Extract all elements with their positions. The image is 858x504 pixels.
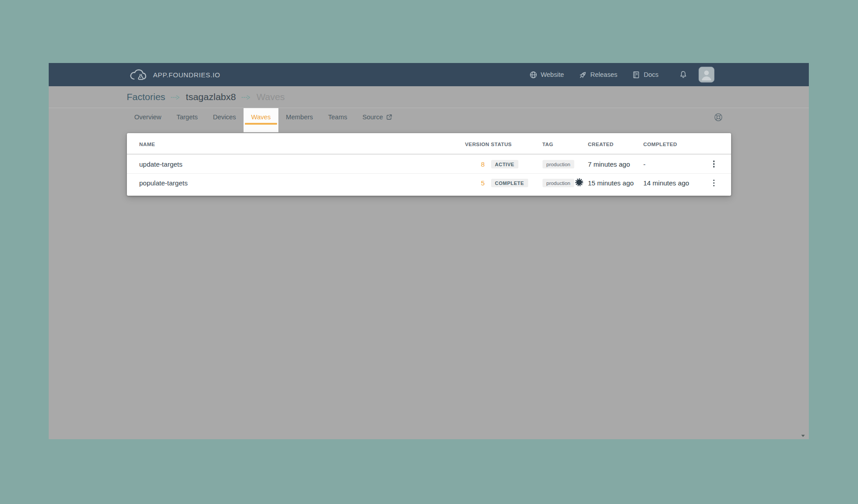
bell-icon[interactable] (679, 71, 687, 79)
wave-completed: 14 minutes ago (644, 179, 706, 187)
column-header-tag: TAG (536, 142, 575, 147)
active-tab-indicator (245, 123, 277, 125)
external-link-icon (386, 114, 392, 120)
wave-name: populate-targets (139, 179, 465, 187)
nav-docs-link[interactable]: Docs (632, 71, 658, 79)
brand[interactable]: APP.FOUNDRIES.IO (129, 68, 220, 81)
scrollbar-down-arrow-icon[interactable] (801, 435, 805, 437)
wave-created: 7 minutes ago (588, 160, 644, 168)
dashed-arrow-right-icon (171, 95, 181, 100)
tab-waves[interactable]: Waves (244, 108, 278, 132)
tab-source[interactable]: Source (355, 108, 400, 126)
table-header-row: NAME VERSION STATUS TAG CREATED COMPLETE… (127, 133, 731, 155)
breadcrumb-row: Factories tsagazlabx8 Waves (49, 86, 809, 108)
production-seal-icon (575, 178, 584, 189)
tab-teams[interactable]: Teams (320, 108, 355, 126)
app-window: APP.FOUNDRIES.IO Website (49, 63, 809, 439)
tab-targets[interactable]: Targets (169, 108, 206, 126)
wave-name: update-targets (139, 160, 465, 168)
waves-table-card: NAME VERSION STATUS TAG CREATED COMPLETE… (127, 133, 731, 196)
tab-devices[interactable]: Devices (206, 108, 244, 126)
lifebuoy-help-icon[interactable] (714, 113, 723, 122)
row-actions-kebab-icon[interactable] (709, 178, 719, 189)
tag-badge: production (543, 179, 575, 187)
rocket-icon (579, 71, 587, 79)
table-row-populate-targets[interactable]: populate-targets 5 COMPLETE production 1… (127, 173, 731, 192)
dashed-arrow-right-icon (241, 95, 251, 100)
tab-members[interactable]: Members (278, 108, 320, 126)
nav-website-label: Website (541, 71, 564, 78)
nav-releases-link[interactable]: Releases (579, 71, 617, 79)
column-header-created: CREATED (588, 142, 644, 147)
tabs-row: Overview Targets Devices Waves Members T… (49, 108, 809, 133)
breadcrumb-factories[interactable]: Factories (127, 92, 165, 102)
breadcrumb: Factories tsagazlabx8 Waves (127, 92, 731, 102)
top-navbar: APP.FOUNDRIES.IO Website (49, 63, 809, 86)
tab-overview[interactable]: Overview (127, 108, 169, 126)
breadcrumb-current-page: Waves (257, 92, 285, 102)
tag-badge: production (543, 160, 575, 168)
column-header-version: VERSION (465, 142, 485, 147)
column-header-status: STATUS (485, 142, 536, 147)
cloud-flask-logo-icon (129, 68, 148, 81)
wave-version: 8 (465, 160, 485, 168)
status-badge: COMPLETE (491, 179, 528, 187)
brand-text: APP.FOUNDRIES.IO (153, 71, 220, 79)
column-header-name: NAME (139, 142, 465, 147)
nav-releases-label: Releases (590, 71, 617, 78)
seal-cell (575, 178, 588, 189)
row-actions-kebab-icon[interactable] (709, 159, 719, 169)
wave-created: 15 minutes ago (588, 179, 644, 187)
wave-completed: - (644, 160, 706, 168)
table-row-update-targets[interactable]: update-targets 8 ACTIVE production 7 min… (127, 155, 731, 173)
column-header-completed: COMPLETED (644, 142, 706, 147)
docs-icon (632, 71, 640, 79)
nav-website-link[interactable]: Website (530, 71, 564, 79)
wave-version: 5 (465, 179, 485, 187)
user-avatar[interactable] (699, 67, 714, 82)
nav-docs-label: Docs (644, 71, 658, 78)
status-badge: ACTIVE (491, 160, 518, 168)
globe-icon (530, 71, 537, 79)
breadcrumb-factory-name[interactable]: tsagazlabx8 (186, 92, 236, 102)
